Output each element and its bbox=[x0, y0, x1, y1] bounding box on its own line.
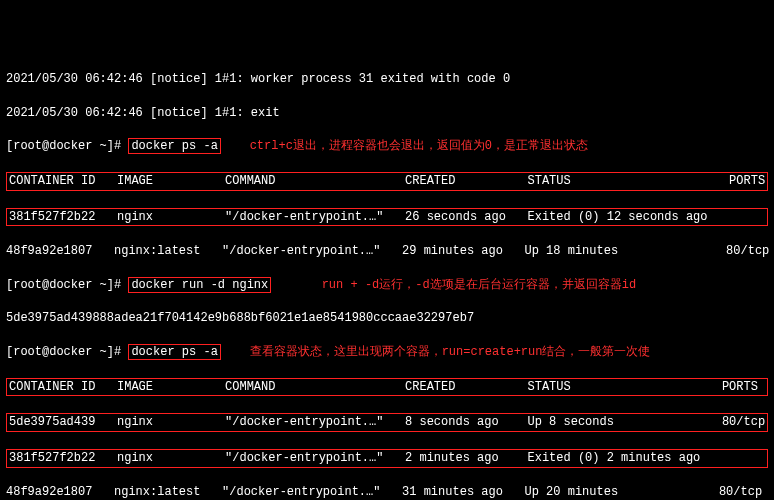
table-header: CONTAINER ID IMAGE COMMAND CREATED STATU… bbox=[6, 378, 768, 397]
table-header: CONTAINER ID IMAGE COMMAND CREATED STATU… bbox=[6, 172, 768, 191]
prompt: [root@docker ~]# bbox=[6, 278, 128, 292]
prompt-line[interactable]: [root@docker ~]# docker ps -a 查看容器状态，这里出… bbox=[6, 344, 768, 361]
command-input[interactable]: docker run -d nginx bbox=[128, 277, 271, 293]
command-input[interactable]: docker ps -a bbox=[128, 344, 220, 360]
prompt: [root@docker ~]# bbox=[6, 345, 128, 359]
prompt-line[interactable]: [root@docker ~]# docker run -d nginx run… bbox=[6, 277, 768, 294]
prompt: [root@docker ~]# bbox=[6, 139, 128, 153]
output-line: 5de3975ad439888adea21f704142e9b688bf6021… bbox=[6, 310, 768, 327]
annotation: run + -d运行，-d选项是在后台运行容器，并返回容器id bbox=[322, 278, 636, 292]
command-input[interactable]: docker ps -a bbox=[128, 138, 220, 154]
table-row: 48f9a92e1807 nginx:latest "/docker-entry… bbox=[6, 484, 768, 500]
table-row: 5de3975ad439 nginx "/docker-entrypoint.…… bbox=[6, 413, 768, 432]
annotation: 查看容器状态，这里出现两个容器，run=create+run结合，一般第一次使 bbox=[250, 345, 651, 359]
prompt-line[interactable]: [root@docker ~]# docker ps -a ctrl+c退出，进… bbox=[6, 138, 768, 155]
annotation: ctrl+c退出，进程容器也会退出，返回值为0，是正常退出状态 bbox=[250, 139, 588, 153]
table-row: 381f527f2b22 nginx "/docker-entrypoint.…… bbox=[6, 449, 768, 468]
log-line: 2021/05/30 06:42:46 [notice] 1#1: exit bbox=[6, 105, 768, 122]
table-row: 381f527f2b22 nginx "/docker-entrypoint.…… bbox=[6, 208, 768, 227]
log-line: 2021/05/30 06:42:46 [notice] 1#1: worker… bbox=[6, 71, 768, 88]
table-row: 48f9a92e1807 nginx:latest "/docker-entry… bbox=[6, 243, 768, 260]
